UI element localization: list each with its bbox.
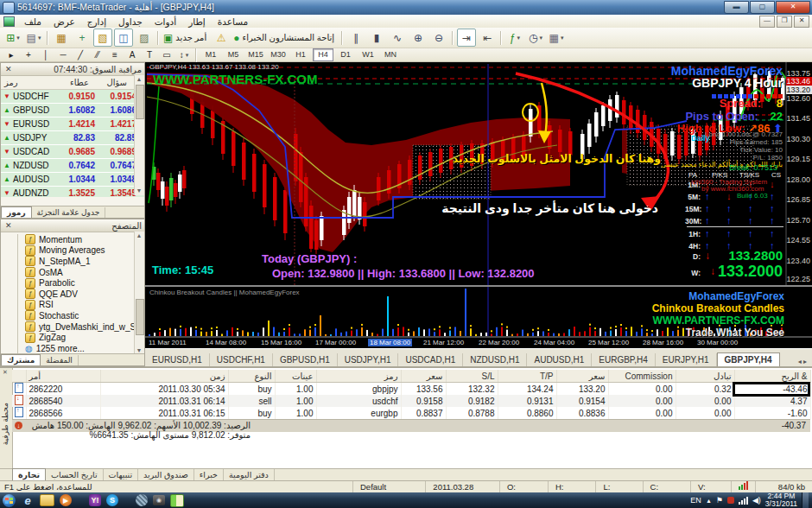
terminal-icon[interactable]: ◫ (114, 29, 133, 47)
orders-column-header[interactable]: سعر (401, 370, 446, 383)
order-row[interactable]: ↑28685662011.03.31 06:15buy1.00eurgbp0.8… (12, 407, 810, 419)
close-icon[interactable]: ✕ (3, 221, 14, 230)
camera-app-icon[interactable]: ◉ (153, 495, 165, 505)
chart-tab-AUDUSD-H1[interactable]: AUDUSD,H1 (527, 353, 592, 367)
chart-tab-USDCAD-H1[interactable]: USDCAD,H1 (398, 353, 463, 367)
channel-icon[interactable]: ⁄⁄ (90, 48, 105, 61)
bar-chart-icon[interactable]: ∥ (346, 29, 365, 47)
terminal-tab[interactable]: صندوق البريد (138, 469, 194, 480)
flag-icon[interactable]: ⚑ (716, 496, 723, 505)
text-icon[interactable]: A (124, 48, 140, 61)
navigator-item[interactable]: ƒN_StepMA_1 (1, 256, 144, 267)
navigator-item[interactable]: ƒMomentum (1, 234, 144, 245)
menu-item-عرض[interactable]: عرض (48, 16, 81, 28)
menu-item-إدارج[interactable]: إدارج (81, 16, 112, 28)
expert-advisors-button[interactable]: ●إتاحة المستشارون الخبراء (232, 29, 338, 47)
periods-icon[interactable]: ◷▾ (526, 29, 545, 47)
show-hidden-icons[interactable]: ▲ (706, 498, 712, 504)
time-axis[interactable]: 11 Mar 201114 Mar 08:0015 Mar 16:0017 Ma… (145, 338, 788, 348)
chart-tab-USDJPY-H1[interactable]: USDJPY,H1 (338, 353, 399, 367)
close-button[interactable]: ✕ (776, 1, 810, 14)
navigator-tab[interactable]: مشترك (1, 354, 41, 365)
chart-tab-GBPJPY-H4[interactable]: GBPJPY,H4 (717, 352, 780, 367)
timeframe-D1[interactable]: D1 (335, 48, 356, 61)
vertical-line-icon[interactable]: │ (38, 48, 54, 61)
data-window-icon[interactable]: + (73, 29, 92, 47)
orders-column-header[interactable] (12, 370, 26, 383)
zoom-out-icon[interactable]: ⊖ (429, 29, 448, 47)
terminal-tab[interactable]: تنبيهات (104, 469, 138, 480)
orders-column-header[interactable]: تبادل (676, 370, 734, 383)
market-watch-row[interactable]: ▼USDCAD0.96850.9689 (1, 145, 144, 159)
orders-column-header[interactable]: S/L (446, 370, 498, 383)
show-desktop-button[interactable] (802, 492, 809, 508)
chart-shift-icon[interactable]: ⇤ (478, 29, 497, 47)
navigator-item[interactable]: ƒParabolic (1, 277, 144, 289)
mdi-restore-button[interactable]: ❐ (777, 16, 792, 28)
notes-app-icon[interactable] (170, 494, 184, 507)
orders-column-header[interactable]: زمن (100, 370, 228, 383)
close-icon[interactable]: ✕ (3, 65, 14, 73)
navigator-item[interactable]: ƒZigZag (1, 332, 144, 343)
column-header-1[interactable]: عطاء (54, 78, 92, 87)
menu-item-إطار[interactable]: إطار (182, 16, 212, 28)
mdi-minimize-button[interactable]: — (759, 16, 775, 28)
navigator-icon[interactable]: ▧ (93, 29, 112, 47)
navigator-title-bar[interactable]: المتصفح ✕ (1, 219, 144, 232)
timeframe-MN[interactable]: MN (380, 48, 401, 61)
new-chart-icon[interactable]: ⊞▾ (3, 29, 22, 47)
chart-tab-EURUSD-H1[interactable]: EURUSD,H1 (145, 353, 210, 367)
orders-column-header[interactable]: سعر (556, 370, 608, 383)
market-watch-row[interactable]: ▲AUDUSD1.03441.0348 (1, 173, 144, 187)
arrows-icon[interactable]: ↕▾ (176, 48, 192, 61)
navigator-item[interactable]: ƒRSI (1, 300, 144, 311)
terminal-tab[interactable]: دفتر اليومية (224, 469, 275, 480)
profiles-icon[interactable]: ▤▾ (24, 29, 43, 47)
zoom-in-icon[interactable]: ⊕ (409, 29, 428, 47)
minimize-button[interactable]: ▬ (724, 1, 749, 14)
market-watch-scrollbar[interactable]: ▲ ▼ (134, 75, 144, 195)
menu-item-أدوات[interactable]: أدوات (149, 16, 182, 28)
market-watch-icon[interactable]: ▦ (52, 29, 71, 47)
orders-column-header[interactable]: عينات (275, 370, 316, 383)
column-header-0[interactable]: رمز (1, 78, 54, 87)
navigator-tab[interactable]: المفضلة (41, 355, 79, 365)
market-watch-row[interactable]: ▲GBPUSD1.60821.6086 (1, 104, 144, 117)
chart-tab-EURGBP-H4[interactable]: EURGBP,H4 (592, 353, 656, 367)
order-row[interactable]: ↑28622202011.03.30 05:34buy1.00gbpjpy133… (12, 383, 810, 396)
navigator-item[interactable]: ◍1255 more... (1, 343, 144, 354)
internet-explorer-icon[interactable]: e (21, 494, 35, 507)
label-icon[interactable]: ▭ (159, 48, 174, 61)
market-watch-row[interactable]: ▼AUDNZD1.35251.3545 (1, 187, 144, 197)
terminal-tab[interactable]: خبراء (194, 469, 224, 480)
market-watch-tab[interactable]: جدول علامة التجزئة (32, 207, 106, 218)
taskbar-clock[interactable]: 2:44 PM 3/31/2011 (765, 492, 797, 508)
timeframe-H4[interactable]: H4 (313, 48, 333, 61)
timeframe-M15[interactable]: M15 (245, 48, 266, 61)
timeframe-W1[interactable]: W1 (358, 48, 378, 61)
market-watch-row[interactable]: ▲USDJPY82.8382.85 (1, 131, 144, 145)
chart-tab-USDCHF-H1[interactable]: USDCHF,H1 (210, 353, 273, 367)
crosshair-icon[interactable]: + (21, 48, 36, 61)
market-watch-row[interactable]: ▼EURUSD1.42141.4217 (1, 117, 144, 131)
title-bar[interactable]: 5614697: BMF-MetaTrader - أهلية - [GBPJP… (0, 0, 812, 15)
timeframe-M1[interactable]: M1 (200, 48, 221, 61)
fibonacci-icon[interactable]: ≡ (107, 48, 123, 61)
orders-column-header[interactable]: رمز (316, 370, 401, 383)
orders-column-header[interactable]: T/P (498, 370, 556, 383)
orders-column-header[interactable]: النوع (228, 370, 275, 383)
globe-app-icon[interactable] (136, 494, 148, 506)
media-player-icon[interactable]: ▶ (60, 494, 72, 506)
timeframe-M30[interactable]: M30 (268, 48, 289, 61)
timeframe-H1[interactable]: H1 (290, 48, 311, 61)
price-scale[interactable]: 133.75132.60131.45130.30129.15128.00126.… (786, 62, 812, 348)
templates-icon[interactable]: ▦▾ (547, 29, 566, 47)
start-button[interactable] (3, 494, 16, 507)
navigator-item[interactable]: ƒOsMA (1, 267, 144, 278)
terminal-tab[interactable]: تجارة (12, 468, 46, 480)
orders-column-header[interactable]: Commission (608, 370, 676, 383)
indicators-icon[interactable]: ƒ▾ (505, 29, 524, 47)
text-label-icon[interactable]: T (142, 48, 157, 61)
mdi-close-button[interactable]: ✕ (794, 16, 809, 28)
skype-icon[interactable]: S (106, 494, 118, 506)
